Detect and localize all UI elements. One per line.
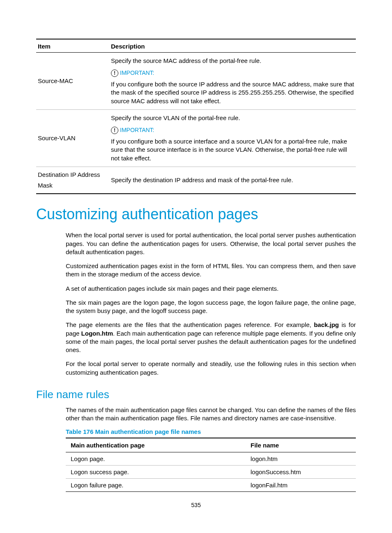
desc-body: If you configure both the source IP addr…	[111, 79, 354, 107]
desc-top: Specify the source VLAN of the portal-fr…	[111, 112, 354, 124]
important-label: ! IMPORTANT:	[111, 126, 154, 134]
page-cell: Logon page.	[66, 452, 246, 466]
desc-cell: Specify the source VLAN of the portal-fr…	[109, 109, 356, 167]
page-number: 535	[0, 502, 392, 508]
item-cell: Destination IP Address Mask	[36, 167, 109, 194]
bold-text: back.jpg	[314, 321, 339, 328]
important-label: ! IMPORTANT:	[111, 69, 154, 77]
table-row: Source-MAC Specify the source MAC addres…	[36, 53, 356, 110]
important-icon: !	[111, 127, 118, 134]
page-cell: Logon success page.	[66, 466, 246, 479]
page-cell: Logon failure page.	[66, 479, 246, 492]
bold-text: Logon.htm	[81, 330, 113, 337]
table-caption: Table 176 Main authentication page file …	[66, 428, 356, 435]
heading-file-name-rules: File name rules	[36, 388, 356, 401]
item-line2: Mask	[38, 180, 108, 191]
col-file-name: File name	[246, 438, 356, 452]
important-icon: !	[111, 70, 118, 77]
col-item: Item	[36, 39, 109, 53]
paragraph: The six main pages are the logon page, t…	[66, 299, 356, 315]
text: The page elements are the files that the…	[66, 321, 314, 328]
paragraph: For the local portal server to operate n…	[66, 360, 356, 377]
col-description: Description	[109, 39, 356, 53]
paragraph: The names of the main authentication pag…	[66, 406, 356, 423]
item-cell: Source-VLAN	[36, 109, 109, 167]
item-line1: Destination IP Address	[38, 169, 108, 180]
file-cell: logonFail.htm	[246, 479, 356, 492]
desc-top: Specify the source MAC address of the po…	[111, 55, 354, 67]
item-cell: Source-MAC	[36, 53, 109, 110]
table-row: Logon page. logon.htm	[66, 452, 356, 466]
paragraph: A set of authentication pages include si…	[66, 285, 356, 293]
file-cell: logonSuccess.htm	[246, 466, 356, 479]
desc-body: If you configure both a source interface…	[111, 136, 354, 164]
heading-customizing: Customizing authentication pages	[36, 206, 356, 223]
file-cell: logon.htm	[246, 452, 356, 466]
table-row: Source-VLAN Specify the source VLAN of t…	[36, 109, 356, 167]
paragraph: Customized authentication pages exist in…	[66, 262, 356, 279]
paragraph: When the local portal server is used for…	[66, 231, 356, 256]
paragraph: The page elements are the files that the…	[66, 321, 356, 354]
rule-table: Item Description Source-MAC Specify the …	[36, 39, 356, 194]
desc-cell: Specify the source MAC address of the po…	[109, 53, 356, 110]
table-row: Logon failure page. logonFail.htm	[66, 479, 356, 492]
table-row: Destination IP Address Mask Specify the …	[36, 167, 356, 194]
table-row: Logon success page. logonSuccess.htm	[66, 466, 356, 479]
desc-cell: Specify the destination IP address and m…	[109, 167, 356, 194]
important-text: IMPORTANT:	[120, 69, 154, 77]
important-text: IMPORTANT:	[120, 126, 154, 134]
file-table: Main authentication page File name Logon…	[66, 438, 356, 492]
col-main-page: Main authentication page	[66, 438, 246, 452]
